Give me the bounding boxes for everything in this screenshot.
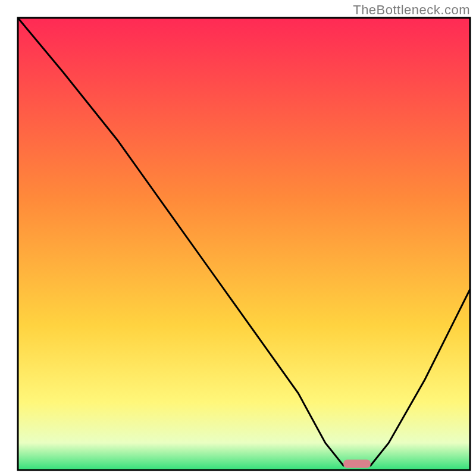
plot-background [18, 18, 470, 470]
chart-container: TheBottleneck.com [0, 0, 476, 476]
optimal-range-marker [343, 460, 371, 468]
bottleneck-chart [0, 0, 476, 476]
